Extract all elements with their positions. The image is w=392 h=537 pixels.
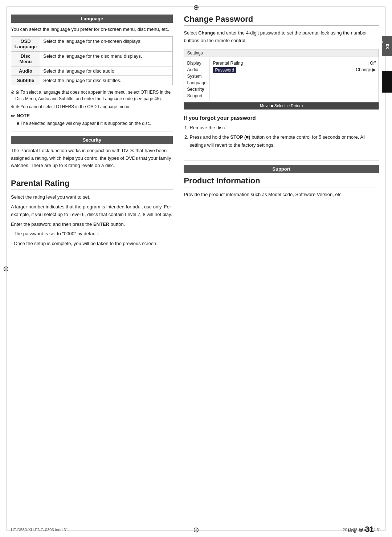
side-tab-black bbox=[382, 71, 392, 93]
osd-label: OSD Language bbox=[11, 36, 40, 51]
parental-text-4: - The password is set to "0000" by defau… bbox=[11, 230, 173, 238]
settings-menu: Display Audio System Language Security S… bbox=[184, 58, 209, 101]
compass-left-icon: ⊕ bbox=[3, 264, 9, 273]
side-tab: 03 Setup bbox=[382, 36, 392, 56]
divider-1 bbox=[11, 131, 173, 131]
side-tab-text: Setup bbox=[379, 41, 383, 52]
right-column: Change Password Select Change and enter … bbox=[180, 11, 379, 519]
change-password-title: Change Password bbox=[184, 15, 379, 26]
menu-item-language: Language bbox=[187, 80, 207, 86]
menu-item-audio: Audio bbox=[187, 66, 207, 73]
note-2: ※ You cannot select OTHERS in the OSD La… bbox=[11, 103, 173, 110]
parental-section: Parental Rating Select the rating level … bbox=[11, 179, 173, 248]
security-header: Security bbox=[11, 136, 173, 144]
page-number-block: English 31 bbox=[348, 525, 374, 534]
password-value: : Change ▶ bbox=[354, 67, 376, 73]
support-header: Support bbox=[184, 165, 379, 173]
subtitle-label: Subtitle bbox=[11, 76, 40, 85]
table-row: OSD Language Select the language for the… bbox=[11, 36, 173, 51]
parental-text-1: Select the rating level you want to set. bbox=[11, 194, 173, 201]
language-table: OSD Language Select the language for the… bbox=[11, 36, 173, 85]
menu-item-support: Support bbox=[187, 93, 207, 99]
forgot-step-1: Remove the disc. bbox=[189, 124, 379, 132]
side-tab-number: 03 bbox=[385, 44, 390, 49]
language-section: Language You can select the language you… bbox=[11, 15, 173, 127]
parental-rating-label: Parental Rating bbox=[213, 61, 243, 66]
menu-item-security: Security bbox=[187, 86, 207, 93]
change-password-section: Change Password Select Change and enter … bbox=[184, 15, 379, 149]
parental-text-3: Enter the password and then press the EN… bbox=[11, 221, 173, 228]
change-password-desc: Select Change and enter the 4-digit pass… bbox=[184, 29, 379, 45]
note-1: ※ To select a language that does not app… bbox=[11, 89, 173, 102]
forgot-step-2: Press and hold the STOP (■) button on th… bbox=[189, 133, 379, 149]
audio-label: Audio bbox=[11, 66, 40, 76]
left-column: Language You can select the language you… bbox=[11, 11, 180, 519]
settings-box-header: Settings bbox=[184, 49, 379, 57]
security-text: The Parental Lock function works in conj… bbox=[11, 147, 173, 170]
settings-footer: Move ■ Select ↩ Return bbox=[184, 102, 379, 109]
product-info-title: Product Information bbox=[184, 176, 379, 187]
support-section: Support Product Information Provide the … bbox=[184, 165, 379, 199]
parental-rating-value: : Off bbox=[368, 61, 376, 66]
parental-title: Parental Rating bbox=[11, 179, 173, 190]
forgot-steps-list: Remove the disc. Press and hold the STOP… bbox=[184, 124, 379, 149]
note-section: ✏ NOTE The selected language will only a… bbox=[11, 113, 173, 127]
compass-top-icon: ⊕ bbox=[193, 3, 199, 12]
audio-desc: Select the language for disc audio. bbox=[40, 66, 173, 76]
divider-right bbox=[184, 160, 379, 160]
parental-text-2: A larger number indicates that the progr… bbox=[11, 203, 173, 219]
note-item: The selected language will only appear i… bbox=[11, 120, 173, 127]
settings-content: Parental Rating : Off Password : Change … bbox=[209, 58, 379, 101]
footer-left: HT-D550-XU-ENG-0303.indd 31 bbox=[11, 528, 68, 532]
menu-item-system: System bbox=[187, 73, 207, 80]
divider-2 bbox=[11, 174, 173, 174]
table-row: Audio Select the language for disc audio… bbox=[11, 66, 173, 76]
forgot-password-section: If you forgot your password Remove the d… bbox=[184, 115, 379, 149]
settings-box-body: Display Audio System Language Security S… bbox=[184, 57, 379, 102]
osd-desc: Select the language for the on-screen di… bbox=[40, 36, 173, 51]
table-row: Disc Menu Select the language for the di… bbox=[11, 51, 173, 66]
disc-menu-desc: Select the language for the disc menu di… bbox=[40, 51, 173, 66]
password-label: Password bbox=[213, 67, 236, 73]
page-word: English bbox=[348, 528, 364, 533]
table-row: Subtitle Select the language for disc su… bbox=[11, 76, 173, 85]
parental-text-5: - Once the setup is complete, you will b… bbox=[11, 240, 173, 248]
bottom-bar: HT-D550-XU-ENG-0303.indd 31 2011-03-04 ■… bbox=[0, 522, 392, 537]
language-header: Language bbox=[11, 15, 173, 23]
security-section: Security The Parental Lock function work… bbox=[11, 136, 173, 170]
page-digits: 31 bbox=[365, 525, 374, 534]
settings-row-parental: Parental Rating : Off bbox=[213, 60, 376, 66]
settings-box: Settings Display Audio System Language S… bbox=[184, 49, 379, 110]
menu-item-display: Display bbox=[187, 60, 207, 66]
note-heading: ✏ NOTE bbox=[11, 113, 173, 119]
subtitle-desc: Select the language for disc subtitles. bbox=[40, 76, 173, 85]
main-content: Language You can select the language you… bbox=[11, 11, 379, 519]
disc-menu-label: Disc Menu bbox=[11, 51, 40, 66]
product-info-desc: Provide the product information such as … bbox=[184, 191, 379, 199]
settings-row-password: Password : Change ▶ bbox=[213, 66, 376, 74]
language-intro: You can select the language you prefer f… bbox=[11, 26, 173, 33]
forgot-heading: If you forgot your password bbox=[184, 115, 379, 121]
